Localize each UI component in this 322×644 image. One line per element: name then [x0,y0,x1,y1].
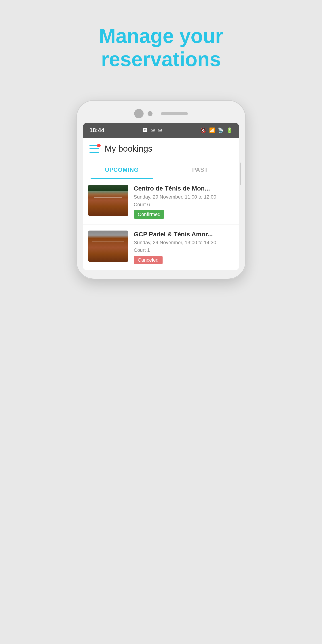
status-time: 18:44 [90,127,104,134]
booking-venue-1: Centro de Ténis de Mon... [134,185,234,192]
booking-court-2: Court 1 [134,247,234,253]
booking-details-2: GCP Padel & Ténis Amor... Sunday, 29 Nov… [134,230,234,264]
booking-item[interactable]: Centro de Ténis de Mon... Sunday, 29 Nov… [83,179,239,225]
app-title: My bookings [105,144,152,154]
status-icons-left: 🖼 ✉ ✉ [143,128,162,133]
menu-line-3 [90,152,99,153]
phone-screen: 18:44 🖼 ✉ ✉ 🔇 📶 📡 🔋 My bookings [83,123,239,270]
phone-camera [134,109,144,118]
wifi-icon: 📶 [209,128,215,133]
battery-icon: 🔋 [226,128,232,133]
booking-image-1 [88,185,128,216]
email-status-icon: ✉ [151,128,155,133]
page-title: Manage your [83,24,239,48]
page-title-line2: reservations [83,48,239,71]
phone-speaker [161,112,188,115]
booking-details-1: Centro de Ténis de Mon... Sunday, 29 Nov… [134,185,234,219]
email2-status-icon: ✉ [158,128,162,133]
image-status-icon: 🖼 [143,128,148,133]
booking-court-1: Court 6 [134,202,234,208]
status-bar: 18:44 🖼 ✉ ✉ 🔇 📶 📡 🔋 [83,123,239,138]
tab-past[interactable]: PAST [161,160,239,179]
booking-item-2[interactable]: GCP Padel & Ténis Amor... Sunday, 29 Nov… [83,225,239,270]
booking-list: Centro de Ténis de Mon... Sunday, 29 Nov… [83,179,239,270]
tab-upcoming[interactable]: UPCOMING [83,160,161,179]
booking-venue-2: GCP Padel & Ténis Amor... [134,230,234,238]
scroll-hint [240,162,241,185]
court-photo-2 [88,230,128,262]
menu-line-2 [90,148,99,149]
tabs-bar: UPCOMING PAST [83,160,239,179]
court-photo-1 [88,185,128,216]
phone-top-bar [83,109,239,118]
menu-button[interactable] [90,145,99,153]
mute-icon: 🔇 [200,128,206,133]
booking-image-2 [88,230,128,262]
booking-status-canceled: Canceled [134,256,162,264]
booking-datetime-2: Sunday, 29 November, 13:00 to 14:30 [134,240,234,246]
signal-icon: 📡 [218,128,224,133]
booking-status-confirmed: Confirmed [134,210,164,219]
notification-dot [97,144,100,147]
app-header: My bookings [83,138,239,160]
phone-dots [148,111,152,116]
status-icons-right: 🔇 📶 📡 🔋 [200,128,232,133]
booking-datetime-1: Sunday, 29 November, 11:00 to 12:00 [134,194,234,200]
phone-device: 18:44 🖼 ✉ ✉ 🔇 📶 📡 🔋 My bookings [76,100,246,279]
